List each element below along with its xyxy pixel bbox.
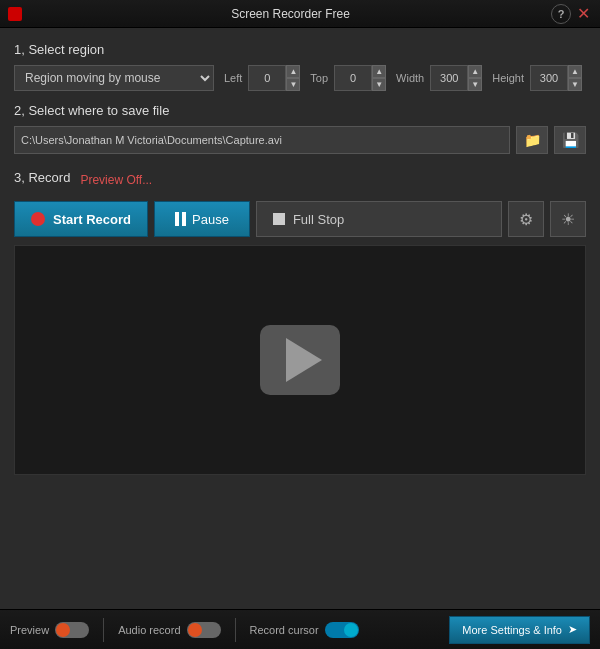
save-section: 2, Select where to save file 📁 💾 [14,103,586,154]
top-up-btn[interactable]: ▲ [372,65,386,78]
pause-label: Pause [192,212,229,227]
width-spinner-buttons: ▲ ▼ [468,65,482,91]
cursor-toggle-knob [344,623,358,637]
audio-toggle-label: Audio record [118,624,180,636]
stop-label: Full Stop [293,212,344,227]
save-row: 📁 💾 [14,126,586,154]
cursor-toggle[interactable] [325,622,359,638]
height-spinner: ▲ ▼ [530,65,582,91]
record-section: 3, Record Preview Off... Start Record Pa… [14,166,586,237]
browse-folder-button[interactable]: 📁 [516,126,548,154]
title-bar: Screen Recorder Free ? ✕ [0,0,600,28]
width-up-btn[interactable]: ▲ [468,65,482,78]
send-icon: ➤ [568,623,577,636]
height-up-btn[interactable]: ▲ [568,65,582,78]
height-label: Height [492,72,524,84]
height-down-btn[interactable]: ▼ [568,78,582,91]
audio-toggle[interactable] [187,622,221,638]
divider-1 [103,618,104,642]
brightness-button[interactable]: ☀ [550,201,586,237]
height-spinner-buttons: ▲ ▼ [568,65,582,91]
width-down-btn[interactable]: ▼ [468,78,482,91]
preview-toggle-label: Preview [10,624,49,636]
preview-toggle-item: Preview [10,622,89,638]
record-buttons: Start Record Pause Full Stop ⚙ ☀ [14,201,586,237]
preview-area [14,245,586,475]
help-button[interactable]: ? [551,4,571,24]
width-label: Width [396,72,424,84]
window-title: Screen Recorder Free [30,7,551,21]
file-path-input[interactable] [14,126,510,154]
left-up-btn[interactable]: ▲ [286,65,300,78]
cursor-toggle-item: Record cursor [250,622,359,638]
cursor-toggle-label: Record cursor [250,624,319,636]
pause-icon [175,212,186,226]
divider-2 [235,618,236,642]
floppy-icon: 💾 [562,132,579,148]
section3-header: 3, Record [14,170,70,185]
audio-toggle-item: Audio record [118,622,220,638]
main-content: 1, Select region Region moving by mouse … [0,28,600,485]
settings-icon: ⚙ [519,210,533,229]
record-header: 3, Record Preview Off... [14,166,586,193]
top-spinner-buttons: ▲ ▼ [372,65,386,91]
region-select[interactable]: Region moving by mouse Full Screen Custo… [14,65,214,91]
width-spinner: ▲ ▼ [430,65,482,91]
start-record-label: Start Record [53,212,131,227]
more-settings-button[interactable]: More Settings & Info ➤ [449,616,590,644]
play-triangle-icon [286,338,322,382]
left-label: Left [224,72,242,84]
top-down-btn[interactable]: ▼ [372,78,386,91]
app-icon [8,7,22,21]
section1-header: 1, Select region [14,42,586,57]
start-record-button[interactable]: Start Record [14,201,148,237]
folder-icon: 📁 [524,132,541,148]
preview-toggle-knob [56,623,70,637]
pause-button[interactable]: Pause [154,201,250,237]
brightness-icon: ☀ [561,210,575,229]
height-input[interactable] [530,65,568,91]
record-dot-icon [31,212,45,226]
section2-header: 2, Select where to save file [14,103,586,118]
preview-status: Preview Off... [80,173,152,187]
left-spinner: ▲ ▼ [248,65,300,91]
width-input[interactable] [430,65,468,91]
save-button[interactable]: 💾 [554,126,586,154]
close-button[interactable]: ✕ [575,4,592,24]
settings-button[interactable]: ⚙ [508,201,544,237]
bottom-bar: Preview Audio record Record cursor More … [0,609,600,649]
left-down-btn[interactable]: ▼ [286,78,300,91]
preview-toggle[interactable] [55,622,89,638]
audio-toggle-knob [188,623,202,637]
stop-icon [273,213,285,225]
left-spinner-buttons: ▲ ▼ [286,65,300,91]
stop-button[interactable]: Full Stop [256,201,502,237]
more-settings-label: More Settings & Info [462,624,562,636]
top-spinner: ▲ ▼ [334,65,386,91]
play-button[interactable] [260,325,340,395]
top-input[interactable] [334,65,372,91]
left-input[interactable] [248,65,286,91]
top-label: Top [310,72,328,84]
region-row: Region moving by mouse Full Screen Custo… [14,65,586,91]
header-actions: ? ✕ [551,4,592,24]
